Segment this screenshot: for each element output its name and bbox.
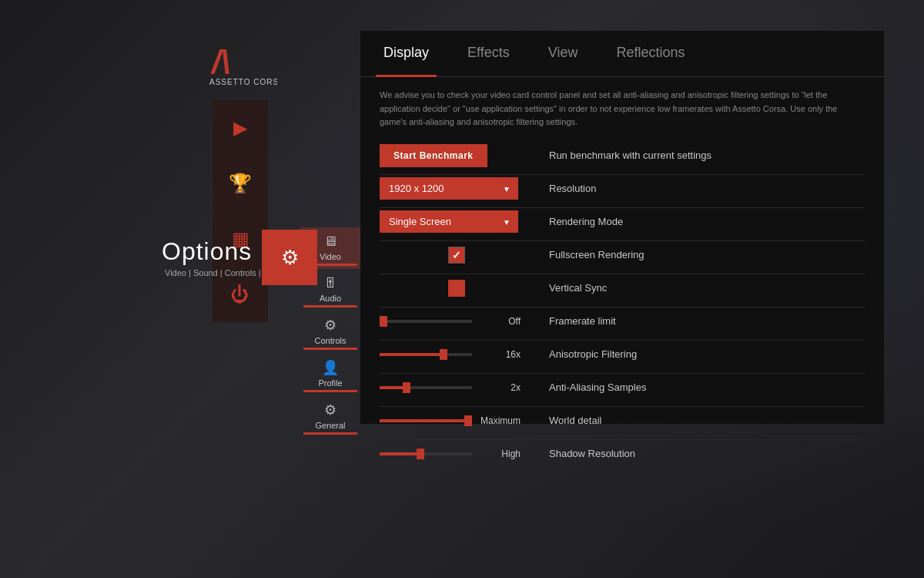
divider-5 [380,340,865,341]
svg-text:ASSETTO CORSA: ASSETTO CORSA [209,78,277,86]
resolution-dropdown[interactable]: 1920 x 1200 1920 x 1080 2560 x 1440 [380,177,518,200]
resolution-control: 1920 x 1200 1920 x 1080 2560 x 1440 [380,177,534,200]
svg-text:/\: /\ [210,44,229,80]
sound-link[interactable]: Sound [193,268,218,277]
video-link[interactable]: Video [165,268,186,277]
nav-icons: ▶ 🏆 ▦ ⏻ [213,100,268,322]
aa-value: 2x [478,382,521,393]
aniso-thumb[interactable] [440,349,447,360]
benchmark-description: Run benchmark with current settings [534,150,865,161]
page-title: Options [162,237,252,266]
fullscreen-label: Fullscreen Rendering [534,249,865,260]
general-icon: ⚙ [324,402,336,418]
aniso-slider-track[interactable] [380,353,472,356]
divider-8 [380,439,865,440]
divider-2 [380,240,865,241]
world-detail-row: Maximum World detail [380,408,865,433]
resolution-row: 1920 x 1200 1920 x 1080 2560 x 1440 Reso… [380,176,865,201]
main-panel: Display Effects View Reflections We advi… [360,31,884,424]
sidebar-item-controls[interactable]: ⚙ Controls [300,311,360,353]
fullscreen-control: ✓ [380,247,534,264]
audio-bar [303,305,357,307]
aa-row: 2x Anti-Aliasing Samples [380,375,865,400]
shadow-value: High [478,449,521,459]
controls-icon: ⚙ [324,317,336,334]
rendering-mode-label: Rendering Mode [534,216,865,227]
aa-label: Anti-Aliasing Samples [534,381,865,393]
profile-label: Profile [318,378,342,388]
world-detail-control: Maximum [380,415,534,426]
world-detail-slider-track[interactable] [380,419,472,422]
divider-3 [380,274,865,274]
shadow-control: High [380,449,534,459]
framerate-control: Off [380,316,534,327]
aniso-row: 16x Anisotropic Filtering [380,342,865,367]
aa-slider-track[interactable] [380,386,472,389]
info-text: We advise you to check your video card c… [380,89,865,129]
framerate-value: Off [478,316,521,327]
divider-0 [380,174,865,175]
shadow-fill [380,452,421,455]
tab-reflections[interactable]: Reflections [608,31,692,77]
profile-icon: 👤 [322,359,339,376]
world-detail-thumb[interactable] [464,415,472,426]
benchmark-control: Start Benchmark [380,144,534,167]
profile-bar [303,390,357,392]
general-label: General [315,421,345,430]
aa-control: 2x [380,382,534,393]
aniso-control: 16x [380,349,534,360]
general-bar [303,432,357,435]
world-detail-value: Maximum [478,415,521,426]
aniso-label: Anisotropic Filtering [534,348,865,360]
video-icon: 🖥 [323,234,337,250]
vsync-toggle[interactable] [448,280,465,297]
divider-1 [380,207,865,208]
framerate-row: Off Framerate limit [380,309,865,334]
controls-bar [303,348,357,350]
divider-6 [380,373,865,374]
framerate-thumb[interactable] [380,316,387,327]
resolution-dropdown-wrapper: 1920 x 1200 1920 x 1080 2560 x 1440 [380,177,518,200]
vsync-label: Vertical Sync [534,282,865,294]
sidebar-item-general[interactable]: ⚙ General [300,395,360,438]
shadow-row: High Shadow Resolution [380,442,865,466]
vsync-control [380,280,534,297]
nav-trophy-button[interactable]: 🏆 [213,156,268,211]
rendering-dropdown-wrapper: Single Screen Triple Screen VR [380,210,518,233]
gear-icon-active: ⚙ [281,246,299,270]
world-detail-label: World detail [534,415,865,426]
fullscreen-checkbox[interactable]: ✓ [448,247,465,264]
tab-view[interactable]: View [541,31,586,77]
settings-gear-active: ⚙ [262,230,317,285]
power-icon: ⏻ [231,284,249,305]
aa-thumb[interactable] [403,382,410,393]
tab-bar: Display Effects View Reflections [360,31,884,77]
drive-icon: ▶ [233,117,247,139]
aniso-fill [380,353,444,356]
nav-drive-button[interactable]: ▶ [213,100,268,156]
logo: /\ ASSETTO CORSA [208,42,277,92]
audio-label: Audio [320,294,341,303]
fullscreen-row: ✓ Fullscreen Rendering [380,243,865,267]
framerate-slider-track[interactable] [380,320,472,323]
rendering-mode-row: Single Screen Triple Screen VR Rendering… [380,210,865,234]
trophy-icon: 🏆 [229,173,252,194]
controls-link[interactable]: Controls [225,268,256,277]
benchmark-button[interactable]: Start Benchmark [380,144,487,167]
vsync-row: Vertical Sync [380,276,865,301]
world-detail-fill [380,419,472,422]
tab-display[interactable]: Display [376,31,437,77]
shadow-thumb[interactable] [417,449,424,459]
tab-effects[interactable]: Effects [460,31,517,77]
aniso-value: 16x [478,349,521,360]
content-area: We advise you to check your video card c… [360,77,884,484]
audio-icon: 🎚 [323,275,337,291]
rendering-mode-control: Single Screen Triple Screen VR [380,210,534,233]
shadow-label: Shadow Resolution [534,448,865,459]
sidebar-item-profile[interactable]: 👤 Profile [300,353,360,395]
video-label: Video [320,252,341,261]
framerate-label: Framerate limit [534,315,865,327]
divider-4 [380,307,865,307]
shadow-slider-track[interactable] [380,452,472,455]
rendering-mode-dropdown[interactable]: Single Screen Triple Screen VR [380,210,518,233]
